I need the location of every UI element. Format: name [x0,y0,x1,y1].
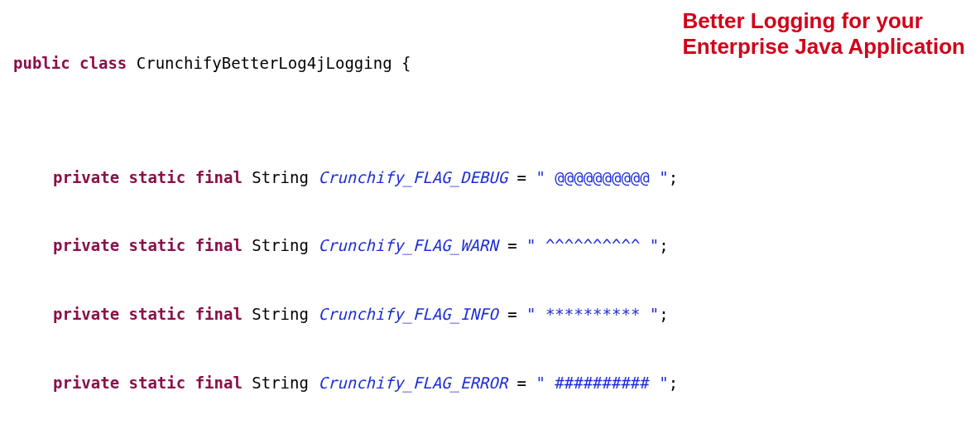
type-string: String [252,236,309,254]
kw-final: final [195,305,243,323]
kw-private: private [53,168,119,186]
field-debug-line: private static final String Crunchify_FL… [13,166,967,190]
field-error-line: private static final String Crunchify_FL… [13,372,967,395]
open-brace: { [392,54,411,72]
type-string: String [252,374,309,392]
eq: = [498,236,526,254]
field-warn-value: " ^^^^^^^^^^ " [526,236,659,254]
kw-static: static [129,305,186,323]
semi: ; [669,374,678,392]
type-string: String [252,305,309,323]
eq: = [498,305,526,323]
field-error-value: " ########## " [536,374,668,392]
kw-final: final [195,374,243,392]
code-block: public class CrunchifyBetterLog4jLogging… [13,7,967,439]
kw-static: static [129,236,186,254]
class-name: CrunchifyBetterLog4jLogging [137,54,392,72]
field-debug-value: " @@@@@@@@@@ " [536,168,668,186]
field-warn-name: Crunchify_FLAG_WARN [318,236,497,254]
type-string: String [252,168,309,186]
page-title: Better Logging for your Enterprise Java … [683,8,965,60]
field-error-name: Crunchify_FLAG_ERROR [318,374,507,392]
eq: = [507,168,536,186]
kw-private: private [53,236,119,254]
kw-public: public [13,54,70,72]
kw-private: private [53,374,119,392]
eq: = [507,374,536,392]
field-info-line: private static final String Crunchify_FL… [13,303,967,326]
field-info-value: " ********** " [526,305,659,323]
kw-class: class [79,54,127,72]
semi: ; [659,305,668,323]
kw-private: private [53,305,119,323]
kw-final: final [195,168,243,186]
kw-static: static [129,374,186,392]
field-info-name: Crunchify_FLAG_INFO [318,305,497,323]
kw-static: static [129,168,186,186]
title-line-1: Better Logging for your [683,8,965,34]
title-line-2: Enterprise Java Application [683,34,965,60]
semi: ; [669,168,678,186]
field-debug-name: Crunchify_FLAG_DEBUG [318,168,507,186]
kw-final: final [195,236,243,254]
semi: ; [659,236,668,254]
field-warn-line: private static final String Crunchify_FL… [13,234,967,258]
